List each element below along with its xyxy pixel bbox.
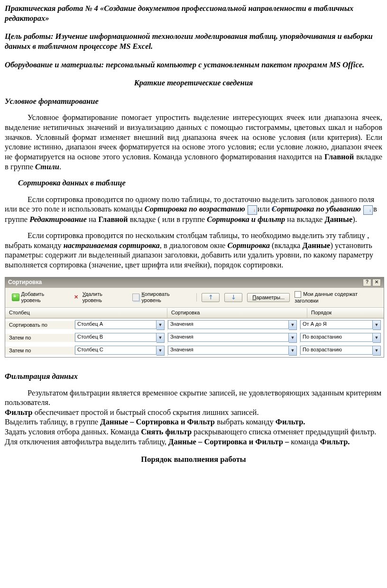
word-path2: Данные – Сортировка и Фильтр – xyxy=(168,437,289,446)
checkbox-icon xyxy=(295,291,301,298)
sort-level-row: Затем по Столбец B▼ Значения▼ По возраст… xyxy=(5,331,384,344)
sorton-dropdown[interactable]: Значения▼ xyxy=(168,333,297,343)
word-dannye: Данные xyxy=(324,215,352,224)
column-dropdown[interactable]: Столбец B▼ xyxy=(75,333,165,343)
copy-icon xyxy=(132,294,140,301)
sort-heading: Сортировка данных в таблице xyxy=(5,178,382,188)
word-custom-sort: настраиваемая сортировка xyxy=(64,241,160,250)
sorton-dropdown[interactable]: Значения▼ xyxy=(168,346,297,356)
dropdown-value: Значения xyxy=(168,346,289,355)
dropdown-value: По возрастанию xyxy=(300,346,373,355)
column-dropdown[interactable]: Столбец A▼ xyxy=(75,320,165,330)
move-up-button[interactable]: 🡑 xyxy=(202,293,220,303)
dropdown-value: По возрастанию xyxy=(300,333,373,342)
chevron-down-icon: ▼ xyxy=(373,346,381,356)
headers-checkbox[interactable]: Мои данные содержат заголовки xyxy=(295,291,380,304)
filter-para-2: Фильтр обеспечивает простой и быстрый сп… xyxy=(5,408,382,418)
add-icon xyxy=(12,294,19,301)
row-label: Затем по xyxy=(5,334,75,342)
cond-heading: Условное форматирование xyxy=(5,97,382,107)
col-header-order: Порядок xyxy=(307,308,384,318)
word-filter2: Фильтр. xyxy=(276,417,305,426)
sort-para-1: Если сортировка проводится по одному пол… xyxy=(5,195,382,224)
text: на вкладке xyxy=(285,215,324,224)
row-label: Затем по xyxy=(5,347,75,355)
word-glavnoi2: Главной xyxy=(98,215,128,224)
sort-asc-icon xyxy=(248,205,257,215)
sort-desc-icon xyxy=(363,205,373,215)
filter-heading: Фильтрация данных xyxy=(5,372,382,382)
chevron-down-icon: ▼ xyxy=(373,320,381,330)
word-filter3: Фильтр. xyxy=(320,437,350,446)
params-button[interactable]: Параметры... xyxy=(247,293,290,303)
chevron-down-icon: ▼ xyxy=(157,320,165,330)
text: на xyxy=(87,215,98,224)
text: ). xyxy=(352,215,357,224)
arrow-up-icon: 🡑 xyxy=(207,294,214,301)
text: обеспечивает простой и быстрый способ ск… xyxy=(33,408,259,417)
dropdown-value: Значения xyxy=(168,320,289,329)
word-sort-asc: Сортировка по возрастанию xyxy=(145,204,245,213)
delete-icon xyxy=(74,294,81,301)
dropdown-value: Столбец A xyxy=(75,320,157,329)
dropdown-value: Значения xyxy=(168,333,289,342)
close-button[interactable]: ✕ xyxy=(372,279,381,286)
chevron-down-icon: ▼ xyxy=(289,346,297,356)
word-sortfilter: Сортировка и фильтр xyxy=(207,215,285,224)
dialog-title-text: Сортировка xyxy=(8,279,42,286)
goal-text: Изучение информационной технологии модел… xyxy=(5,32,373,51)
dialog-body: Сортировать по Столбец A▼ Значения▼ От А… xyxy=(5,318,384,357)
chevron-down-icon: ▼ xyxy=(289,333,297,343)
text: далить уровень xyxy=(83,291,102,303)
order-dropdown[interactable]: По возрастанию▼ xyxy=(300,333,381,343)
text: вкладке ( или в группе xyxy=(128,215,207,224)
dropdown-value: Столбец B xyxy=(75,333,157,342)
col-header-column: Столбец xyxy=(5,308,167,318)
document-title: Практическая работа № 4 «Создание докуме… xyxy=(5,4,382,23)
text: выбрать команду xyxy=(215,417,276,426)
word-dannye2: Данные xyxy=(303,241,331,250)
dialog-titlebar: Сортировка ? ✕ xyxy=(5,277,384,288)
text: Выделить таблицу, в группе xyxy=(5,417,100,426)
dropdown-value: Столбец C xyxy=(75,346,157,355)
delete-level-button[interactable]: Удалить уровень xyxy=(71,290,125,305)
text: команда xyxy=(289,437,320,446)
dialog-header-row: Столбец Сортировка Порядок xyxy=(5,308,384,318)
move-down-button[interactable]: 🡓 xyxy=(224,293,242,303)
sort-dialog: Сортировка ? ✕ Добавить уровень Удалить … xyxy=(5,277,384,358)
word-path: Данные – Сортировка и Фильтр xyxy=(100,417,215,426)
order-dropdown[interactable]: По возрастанию▼ xyxy=(300,346,381,356)
filter-para-3: Выделить таблицу, в группе Данные – Сорт… xyxy=(5,417,382,427)
chevron-down-icon: ▼ xyxy=(289,320,297,330)
word-redakt: Редактирование xyxy=(29,215,87,224)
sort-para-2: Если сортировка проводится по нескольким… xyxy=(5,231,382,270)
word-glavnoi: Главной xyxy=(324,152,354,161)
dropdown-value: От А до Я xyxy=(300,320,373,329)
text: , в диалоговом окне xyxy=(160,241,228,250)
word-sortirovka: Сортировка xyxy=(227,241,270,250)
dialog-toolbar: Добавить уровень Удалить уровень Копиров… xyxy=(5,288,384,308)
text: араметры... xyxy=(256,294,285,300)
help-button[interactable]: ? xyxy=(363,279,371,286)
order-dropdown[interactable]: От А до Я▼ xyxy=(300,320,381,330)
goal-block: Цель работы: Изучение информационной тех… xyxy=(5,32,382,51)
separator xyxy=(196,293,197,302)
equip-label: Оборудование и материалы: xyxy=(5,60,104,69)
word-remove-filter: Снять фильтр xyxy=(141,427,192,436)
order-heading: Порядок выполнения работы xyxy=(5,455,382,465)
filter-para-4: Задать условия отбора данных. Команда Сн… xyxy=(5,427,382,447)
text: . xyxy=(59,162,61,171)
copy-level-button[interactable]: Копировать уровень xyxy=(129,290,192,305)
chevron-down-icon: ▼ xyxy=(373,333,381,343)
chevron-down-icon: ▼ xyxy=(157,346,165,356)
text: Д xyxy=(21,291,25,297)
column-dropdown[interactable]: Столбец C▼ xyxy=(75,346,165,356)
cond-para-1: Условное форматирование помогает упрости… xyxy=(5,113,382,172)
row-label: Сортировать по xyxy=(5,321,75,330)
sort-level-row: Сортировать по Столбец A▼ Значения▼ От А… xyxy=(5,319,384,331)
word-stili: Стили xyxy=(35,162,59,171)
sorton-dropdown[interactable]: Значения▼ xyxy=(168,320,297,330)
equip-block: Оборудование и материалы: персональный к… xyxy=(5,60,382,70)
add-level-button[interactable]: Добавить уровень xyxy=(9,290,66,305)
text: опировать уровень xyxy=(141,291,169,303)
